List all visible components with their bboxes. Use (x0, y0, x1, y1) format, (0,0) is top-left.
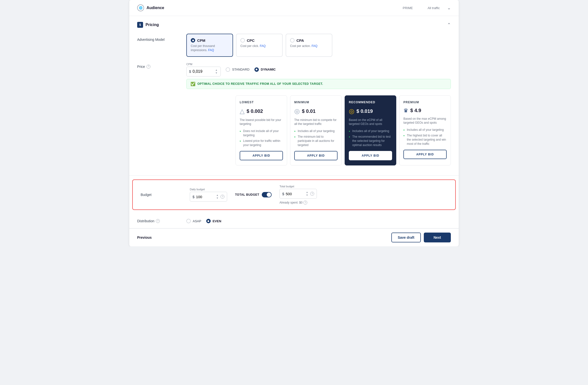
audience-icon: 🌐 (137, 4, 144, 11)
bid-minimum-amount: $ 0.01 (302, 108, 316, 114)
cpc-faq-link[interactable]: FAQ (260, 44, 266, 48)
bid-premium-icon: ♛ (403, 107, 408, 114)
even-radio (206, 219, 211, 223)
asap-radio (186, 219, 191, 223)
bid-premium-desc: Based on the max eCPM among targeted GEO… (403, 117, 447, 125)
bid-minimum-apply-btn[interactable]: APPLY BID (294, 151, 337, 160)
audience-meta: PRIME All traffic (403, 6, 440, 10)
distribution-row: Distribution ? ASAP EVEN (137, 219, 451, 223)
advertising-model-label: Advertising Model (137, 34, 186, 42)
cpc-radio (240, 38, 245, 43)
bid-lowest-apply-btn[interactable]: APPLY BID (240, 151, 283, 160)
advertising-model-row: Advertising Model CPM Cost per thousand … (137, 34, 451, 57)
cpc-header: CPC (240, 38, 278, 43)
bid-lowest-icon: △ (240, 107, 245, 115)
pricing-section: $ Pricing ⌃ Advertising Model CPM Cost p… (129, 16, 459, 175)
bid-lowest-bullet-2: Lowest price for traffic within your tar… (240, 139, 283, 147)
already-spent-help-icon[interactable]: ? (303, 201, 307, 205)
total-budget-toggle[interactable] (262, 192, 272, 197)
ad-model-cpa[interactable]: CPA Cost per action. FAQ (286, 34, 332, 57)
bid-premium-bullet-1: Includes all of your targeting (403, 128, 447, 132)
total-budget-help-icon[interactable]: ? (310, 192, 314, 196)
distribution-label: Distribution ? (137, 219, 186, 223)
audience-traffic: All traffic (427, 6, 440, 10)
distribution-help-icon[interactable]: ? (156, 219, 160, 223)
daily-budget-stepper: ▲ ▼ (216, 194, 219, 199)
price-controls: CPM $ ▲ ▼ STANDARD (186, 63, 451, 166)
price-input-field[interactable] (192, 69, 212, 74)
ad-model-cpm[interactable]: CPM Cost per thousand impressions. FAQ (186, 34, 233, 57)
bid-premium-bullets: Includes all of your targeting The highe… (403, 128, 447, 146)
daily-budget-input[interactable] (196, 195, 213, 199)
dynamic-radio-option[interactable]: DYNAMIC (254, 67, 276, 72)
price-help-icon[interactable]: ? (147, 65, 150, 69)
standard-radio-option[interactable]: STANDARD (226, 67, 250, 72)
daily-budget-stepper-down[interactable]: ▼ (216, 197, 219, 199)
price-stepper-down[interactable]: ▼ (215, 72, 218, 74)
even-radio-option[interactable]: EVEN (206, 219, 221, 223)
cpa-faq-link[interactable]: FAQ (312, 44, 317, 48)
bid-lowest-bullet-1: Does not include all of your targeting (240, 129, 283, 137)
price-stepper: ▲ ▼ (215, 69, 218, 74)
save-draft-button[interactable]: Save draft (391, 233, 421, 242)
bid-minimum-desc: The minimum bid to compete for all the t… (294, 118, 337, 126)
chevron-down-icon[interactable]: ⌄ (447, 5, 451, 11)
bid-recommended-apply-btn[interactable]: APPLY BID (349, 151, 392, 160)
collapse-icon[interactable]: ⌃ (447, 22, 451, 27)
bid-premium-bullet-2: The highest bid to cover all the selecte… (403, 133, 447, 146)
bid-recommended-bullet-2: The recommended bid to test the selected… (349, 135, 392, 147)
price-row: Price ? CPM $ ▲ ▼ (137, 63, 451, 166)
already-spent-label: Already spent: $0 ? (279, 201, 317, 205)
footer: Previous Save draft Next (129, 228, 459, 246)
price-label: Price ? (137, 63, 186, 69)
bid-minimum-icon: ◎ (294, 107, 300, 115)
total-budget-toggle-group: TOTAL BUDGET (235, 192, 272, 197)
pricing-title-wrap: $ Pricing (137, 22, 159, 28)
asap-radio-option[interactable]: ASAP (186, 219, 201, 223)
distribution-section: Distribution ? ASAP EVEN (129, 214, 459, 228)
standard-radio (226, 67, 230, 72)
price-stepper-up[interactable]: ▲ (215, 69, 218, 71)
currency-symbol: $ (189, 69, 191, 73)
price-input-wrap: $ ▲ ▼ (186, 67, 221, 76)
distribution-options: ASAP EVEN (186, 219, 221, 223)
pricing-header: $ Pricing ⌃ (137, 22, 451, 28)
dynamic-radio (254, 67, 259, 72)
bid-premium-amount: $ 4.9 (410, 108, 421, 113)
audience-section: 🌐 Audience PRIME All traffic ⌄ (129, 0, 459, 16)
ad-model-options: CPM Cost per thousand impressions. FAQ C… (186, 34, 332, 57)
daily-budget-label: Daily budget (190, 188, 227, 191)
pricing-dollar-icon: $ (137, 22, 143, 28)
cpa-header: CPA (290, 38, 328, 43)
ad-model-cpc[interactable]: CPC Cost per click. FAQ (236, 34, 283, 57)
audience-network: PRIME (403, 6, 413, 10)
bid-recommended-amount-row: ◎ $ 0.019 (349, 107, 392, 115)
pricing-title: Pricing (146, 23, 159, 27)
cpm-input-group: CPM $ ▲ ▼ (186, 63, 221, 76)
total-budget-stepper-down[interactable]: ▼ (305, 194, 309, 196)
total-budget-input[interactable] (286, 192, 303, 196)
budget-label: Budget (141, 193, 190, 197)
bid-premium-apply-btn[interactable]: APPLY BID (403, 150, 447, 159)
bid-recommended-title: RECOMMENDED (349, 101, 392, 104)
next-button[interactable]: Next (424, 233, 451, 242)
bid-lowest-bullets: Does not include all of your targeting L… (240, 129, 283, 147)
bid-recommended-desc: Based on the eCPM of all targeted GEOs a… (349, 118, 392, 126)
bid-lowest-desc: The lowest possible bid for your targeti… (240, 118, 283, 126)
bid-card-minimum: MINIMUM ◎ $ 0.01 The minimum bid to comp… (290, 95, 342, 166)
bid-lowest-amount-row: △ $ 0.002 (240, 107, 283, 115)
dynamic-label: DYNAMIC (261, 68, 276, 71)
cpm-faq-link[interactable]: FAQ (208, 48, 214, 52)
total-budget-stepper-up[interactable]: ▲ (305, 191, 309, 193)
daily-budget-stepper-up[interactable]: ▲ (216, 194, 219, 196)
cpa-desc: Cost per action. FAQ (290, 44, 328, 48)
bid-recommended-amount: $ 0.019 (357, 108, 373, 114)
total-budget-toggle-label: TOTAL BUDGET (235, 193, 259, 196)
previous-button[interactable]: Previous (137, 235, 152, 239)
bid-minimum-bullets: Includes all of your targeting The minim… (294, 129, 337, 147)
cpa-radio (290, 38, 294, 43)
bid-lowest-amount: $ 0.002 (247, 108, 263, 114)
daily-budget-help-icon[interactable]: ? (220, 195, 224, 199)
cpm-name: CPM (197, 38, 205, 43)
bid-premium-amount-row: ♛ $ 4.9 (403, 107, 447, 114)
